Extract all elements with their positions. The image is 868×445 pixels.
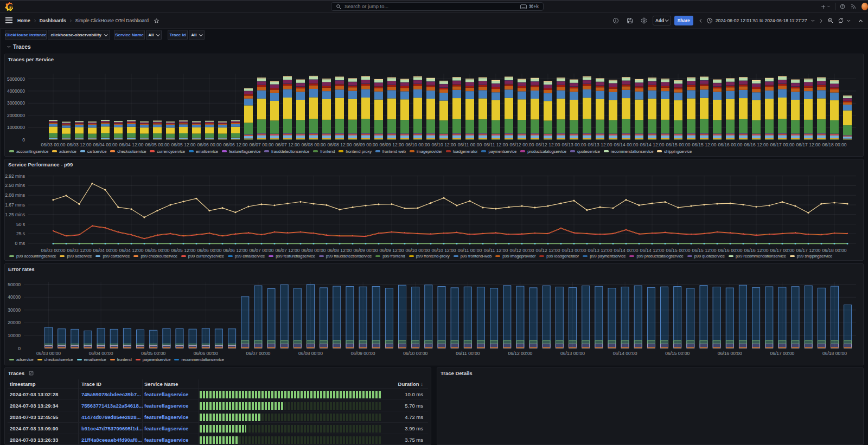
svg-text:06/09 00:00: 06/09 00:00 — [351, 351, 375, 356]
svg-text:06/10 00:00: 06/10 00:00 — [403, 351, 427, 356]
svg-text:30000: 30000 — [8, 307, 21, 313]
svg-text:10000: 10000 — [8, 333, 21, 338]
svg-text:06/17 00:00: 06/17 00:00 — [770, 351, 794, 356]
svg-text:06/11 00:00: 06/11 00:00 — [456, 351, 480, 356]
svg-text:50000: 50000 — [8, 282, 21, 287]
svg-text:06/08 00:00: 06/08 00:00 — [298, 351, 323, 356]
svg-text:06/07 00:00: 06/07 00:00 — [246, 351, 270, 356]
svg-text:0: 0 — [18, 346, 21, 351]
svg-text:06/04 00:00: 06/04 00:00 — [89, 351, 113, 356]
svg-text:06/15 00:00: 06/15 00:00 — [665, 351, 690, 356]
svg-text:06/14 00:00: 06/14 00:00 — [613, 351, 637, 356]
svg-text:06/03 00:00: 06/03 00:00 — [36, 351, 61, 356]
svg-text:06/13 00:00: 06/13 00:00 — [560, 351, 585, 356]
svg-text:06/06 00:00: 06/06 00:00 — [194, 351, 218, 356]
svg-text:40000: 40000 — [8, 294, 21, 300]
svg-text:06/12 00:00: 06/12 00:00 — [508, 351, 532, 356]
svg-text:06/16 00:00: 06/16 00:00 — [718, 351, 742, 356]
svg-text:06/18 00:00: 06/18 00:00 — [822, 351, 847, 356]
svg-text:06/05 00:00: 06/05 00:00 — [141, 351, 165, 356]
svg-text:20000: 20000 — [8, 320, 21, 325]
